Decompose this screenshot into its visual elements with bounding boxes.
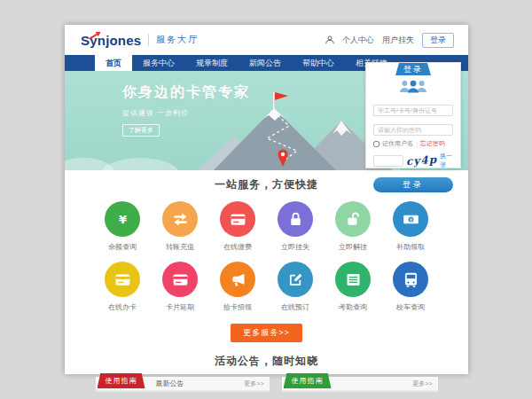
card-icon[interactable] — [105, 262, 140, 297]
guide-panel: 使用指南 更多>> — [282, 377, 438, 392]
service-label: 转账充值 — [152, 242, 209, 252]
username-input[interactable] — [373, 105, 453, 116]
yen-icon[interactable]: ¥ — [105, 201, 140, 237]
link-personal-center[interactable]: 个人中心 — [342, 35, 374, 46]
announcements-title: 活动公告，随时知晓 — [65, 354, 468, 369]
password-input[interactable] — [373, 124, 453, 136]
service-item[interactable]: 在线缴费 — [209, 201, 267, 252]
nav-item-home[interactable]: 首页 — [95, 55, 132, 71]
card-icon[interactable] — [220, 201, 255, 237]
svg-text:¥: ¥ — [409, 216, 412, 222]
forgot-password-link[interactable]: 忘记密码 — [420, 139, 445, 148]
logo-text-prefix: S — [81, 33, 90, 48]
service-item[interactable]: 在线办卡 — [94, 262, 152, 312]
latest-news-tab[interactable]: 最新公告 — [156, 379, 184, 388]
remember-checkbox[interactable] — [373, 141, 379, 147]
link-user-report-loss[interactable]: 用户挂失 — [382, 35, 414, 46]
service-item[interactable]: 立即解挂 — [325, 201, 382, 252]
service-label: 立即挂失 — [267, 242, 325, 252]
service-item[interactable]: 立即挂失 — [267, 201, 325, 252]
service-item[interactable]: 转账充值 — [152, 201, 209, 252]
remember-label: 记住用户名 — [382, 139, 413, 148]
list-icon[interactable] — [335, 262, 371, 297]
hero-subtitle: 提供建设 一步到位 — [122, 108, 250, 118]
service-label: 拾卡招领 — [209, 302, 267, 312]
service-item[interactable]: 考勤查询 — [325, 262, 382, 312]
svg-text:¥: ¥ — [118, 213, 126, 226]
announcement-panels: 使用指南 最新公告 更多>> 使用指南 更多>> — [96, 377, 438, 392]
banknote-icon[interactable]: ¥ — [393, 201, 428, 237]
logo[interactable]: S y njones — [81, 33, 141, 48]
nav-item-service-center[interactable]: 服务中心 — [132, 55, 185, 71]
login-panel: 登录 记住用户名 | 忘记密码 cy4p 换一张 登录 — [365, 62, 461, 168]
news-panel: 使用指南 最新公告 更多>> — [96, 377, 270, 392]
service-item[interactable]: 在线预订 — [267, 262, 325, 312]
captcha-refresh-link[interactable]: 换一张 — [440, 152, 453, 169]
nav-item-help[interactable]: 帮助中心 — [292, 55, 345, 71]
portal-title: 服务大厅 — [148, 34, 199, 46]
guide-more-link[interactable]: 更多>> — [412, 379, 432, 388]
services-section: 一站服务，方便快捷 ¥余额查询转账充值在线缴费立即挂失立即解挂¥补助领取在线办卡… — [65, 170, 468, 342]
service-item[interactable]: 拾卡招领 — [209, 262, 267, 312]
guide-panel-tabbar: 使用指南 更多>> — [282, 377, 438, 392]
service-label: 卡片延期 — [152, 302, 209, 312]
service-item[interactable]: 卡片延期 — [152, 262, 209, 312]
user-icon — [325, 35, 334, 44]
login-submit-button[interactable]: 登录 — [373, 177, 453, 192]
header-login-button[interactable]: 登录 — [422, 33, 454, 48]
captcha-image[interactable]: cy4p — [406, 153, 438, 168]
megaphone-icon[interactable] — [220, 262, 255, 297]
captcha-input[interactable] — [373, 155, 403, 167]
logo-text-suffix: njones — [98, 33, 142, 48]
header-links: 个人中心 用户挂失 登录 — [325, 33, 454, 48]
cloud-shape — [100, 158, 180, 170]
transfer-icon[interactable] — [162, 201, 198, 237]
service-label: 在线预订 — [267, 302, 325, 312]
more-services-button[interactable]: 更多服务>> — [231, 324, 302, 342]
service-item[interactable]: 校车查询 — [382, 262, 440, 312]
news-panel-tabbar: 使用指南 最新公告 更多>> — [96, 377, 270, 392]
edit-icon[interactable] — [278, 262, 313, 297]
users-icon — [373, 79, 453, 97]
guide-ribbon-green[interactable]: 使用指南 — [284, 373, 332, 388]
page: S y njones 服务大厅 个人中心 用户挂失 登录 首页 服务中心 规章制… — [65, 25, 468, 374]
news-more-link[interactable]: 更多>> — [244, 379, 263, 388]
unlock-icon[interactable] — [335, 201, 371, 237]
hero-title: 你身边的卡管专家 — [122, 83, 250, 102]
service-label: 余额查询 — [94, 242, 152, 252]
service-label: 立即解挂 — [325, 242, 382, 252]
hero-more-button[interactable]: 了解更多 — [122, 124, 160, 137]
service-label: 校车查询 — [382, 302, 440, 312]
service-label: 补助领取 — [382, 242, 440, 252]
bus-icon[interactable] — [393, 262, 428, 297]
service-label: 在线办卡 — [94, 302, 152, 312]
nav-item-rules[interactable]: 规章制度 — [185, 55, 239, 71]
service-item[interactable]: ¥补助领取 — [382, 201, 440, 252]
site-header: S y njones 服务大厅 个人中心 用户挂失 登录 — [65, 25, 468, 55]
nav-item-news[interactable]: 新闻公告 — [239, 55, 292, 71]
service-item[interactable]: ¥余额查询 — [94, 201, 152, 252]
login-tab[interactable]: 登录 — [395, 63, 431, 75]
logo-letter-y: y — [90, 33, 98, 48]
guide-ribbon-red[interactable]: 使用指南 — [98, 373, 145, 388]
card-icon[interactable] — [162, 262, 198, 297]
separator: | — [416, 141, 418, 147]
service-label: 在线缴费 — [209, 242, 267, 252]
services-grid: ¥余额查询转账充值在线缴费立即挂失立即解挂¥补助领取在线办卡卡片延期拾卡招领在线… — [94, 201, 440, 312]
lock-icon[interactable] — [278, 201, 313, 237]
service-label: 考勤查询 — [325, 302, 382, 312]
